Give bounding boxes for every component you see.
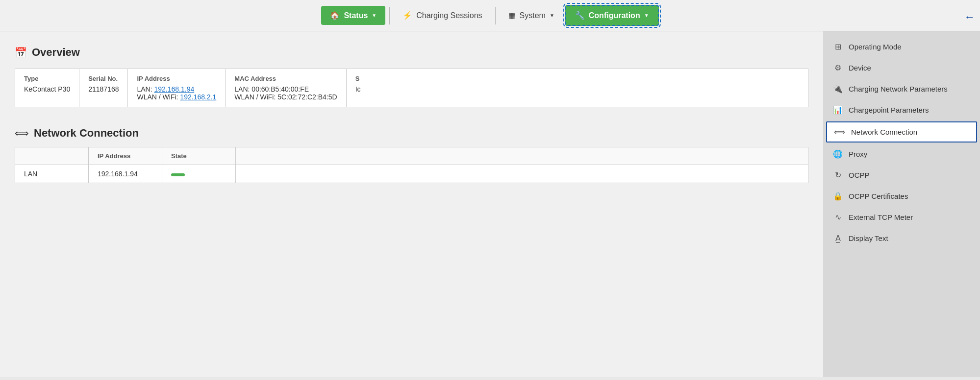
dropdown-item-device[interactable]: ⚙Device (823, 57, 980, 78)
dropdown-item-chargepoint-params[interactable]: 📊Chargepoint Parameters (823, 99, 980, 120)
network-icon: ⟺ (15, 127, 29, 139)
dropdown-item-charging-network-params[interactable]: 🔌Charging Network Parameters (823, 78, 980, 99)
type-cell: Type KeContact P30 (15, 69, 79, 107)
arrow-to-config: ← (964, 11, 975, 24)
ocpp-certificates-icon: 🔒 (833, 191, 843, 201)
calendar-icon: 📅 (15, 47, 27, 58)
serial-value: 21187168 (88, 85, 119, 93)
mac-cell: MAC Address LAN: 00:60:B5:40:00:FE WLAN … (226, 69, 346, 107)
network-title: Network Connection (34, 127, 139, 140)
overview-title: Overview (32, 46, 80, 59)
serial-label: Serial No. (88, 75, 119, 82)
s-label: S (355, 75, 361, 82)
configuration-label: Configuration (589, 11, 640, 20)
network-table-row: LAN 192.168.1.94 (15, 165, 808, 183)
ip-lan-label: LAN: (137, 85, 154, 93)
dropdown-item-operating-mode[interactable]: ⊞Operating Mode (823, 36, 980, 57)
device-icon: ⚙ (833, 63, 843, 72)
network-row-ip: 192.168.1.94 (89, 165, 162, 183)
network-row-state (162, 165, 236, 183)
ip-wlan-link[interactable]: 192.168.2.1 (180, 93, 216, 101)
overview-header: 📅 Overview (15, 46, 808, 59)
network-connection-label: Network Connection (851, 128, 917, 136)
configuration-button[interactable]: 🔧 Configuration ▼ (565, 5, 659, 26)
proxy-icon: 🌐 (833, 149, 843, 159)
dropdown-item-ocpp-certificates[interactable]: 🔒OCPP Certificates (823, 186, 980, 207)
mac-label: MAC Address (234, 75, 337, 82)
ip-label: IP Address (137, 75, 216, 82)
overview-table: Type KeContact P30 Serial No. 21187168 I… (15, 69, 808, 107)
status-badge (171, 173, 185, 176)
charging-network-params-icon: 🔌 (833, 84, 843, 94)
ip-value: LAN: 192.168.1.94 WLAN / WiFi: 192.168.2… (137, 85, 216, 101)
ocpp-certificates-label: OCPP Certificates (849, 192, 908, 200)
network-ip-header: IP Address (89, 147, 162, 165)
charging-network-params-label: Charging Network Parameters (849, 85, 948, 93)
network-row-label: LAN (15, 165, 89, 183)
network-connection-icon: ⟺ (834, 127, 845, 137)
operating-mode-icon: ⊞ (833, 42, 843, 51)
display-text-label: Display Text (849, 234, 888, 242)
external-tcp-meter-label: External TCP Meter (849, 213, 913, 221)
network-state-header: State (162, 147, 236, 165)
top-nav: 🏠 Status ▼ ⚡ Charging Sessions ▦ System … (0, 0, 980, 31)
charging-sessions-label: Charging Sessions (416, 11, 482, 20)
chargepoint-params-icon: 📊 (833, 105, 843, 115)
device-label: Device (849, 64, 871, 72)
external-tcp-meter-icon: ∿ (833, 213, 843, 222)
main-content: 📅 Overview Type KeContact P30 Serial No.… (0, 31, 980, 377)
charging-sessions-button[interactable]: ⚡ Charging Sessions (394, 6, 491, 25)
mac-wlan: WLAN / WiFi: 5C:02:72:C2:B4:5D (234, 93, 337, 101)
network-section: ⟺ Network Connection IP Address State LA… (15, 127, 808, 183)
ip-cell: IP Address LAN: 192.168.1.94 WLAN / WiFi… (128, 69, 226, 107)
type-value: KeContact P30 (24, 85, 70, 93)
dropdown-item-display-text[interactable]: A̲Display Text (823, 228, 980, 249)
config-icon: 🔧 (575, 11, 585, 20)
ip-lan-link[interactable]: 192.168.1.94 (154, 85, 194, 93)
s-value: Ic (355, 85, 361, 93)
display-text-icon: A̲ (833, 234, 843, 243)
ip-wlan-label: WLAN / WiFi: (137, 93, 180, 101)
ocpp-label: OCPP (849, 171, 870, 179)
nav-divider-1 (389, 7, 390, 24)
dropdown-item-network-connection[interactable]: ⟺Network Connection← (826, 121, 977, 142)
nav-divider-2 (495, 7, 496, 24)
s-cell: S Ic (347, 69, 370, 107)
system-caret: ▼ (550, 13, 554, 18)
network-table-header: IP Address State (15, 147, 808, 165)
status-caret: ▼ (372, 13, 377, 18)
system-button[interactable]: ▦ System ▼ (500, 6, 563, 25)
mac-value: LAN: 00:60:B5:40:00:FE WLAN / WiFi: 5C:0… (234, 85, 337, 101)
status-button[interactable]: 🏠 Status ▼ (321, 6, 385, 25)
mac-lan: LAN: 00:60:B5:40:00:FE (234, 85, 309, 93)
home-icon: 🏠 (330, 11, 340, 20)
operating-mode-label: Operating Mode (849, 43, 902, 51)
charging-icon: ⚡ (402, 11, 412, 20)
dropdown-item-external-tcp-meter[interactable]: ∿External TCP Meter (823, 207, 980, 228)
status-label: Status (344, 11, 368, 20)
proxy-label: Proxy (849, 150, 867, 158)
dropdown-menu: ⊞Operating Mode⚙Device🔌Charging Network … (823, 36, 980, 249)
dropdown-item-ocpp[interactable]: ↻OCPP (823, 165, 980, 186)
dropdown-panel: ⊞Operating Mode⚙Device🔌Charging Network … (823, 31, 980, 377)
ocpp-icon: ↻ (833, 170, 843, 180)
left-panel: 📅 Overview Type KeContact P30 Serial No.… (0, 31, 823, 377)
network-ip-col-header (15, 147, 89, 165)
system-icon: ▦ (508, 11, 516, 20)
chargepoint-params-label: Chargepoint Parameters (849, 106, 929, 114)
dropdown-item-proxy[interactable]: 🌐Proxy (823, 143, 980, 165)
serial-cell: Serial No. 21187168 (79, 69, 128, 107)
config-caret: ▼ (644, 13, 649, 18)
network-header: ⟺ Network Connection (15, 127, 808, 140)
system-label: System (520, 11, 546, 20)
type-label: Type (24, 75, 70, 82)
